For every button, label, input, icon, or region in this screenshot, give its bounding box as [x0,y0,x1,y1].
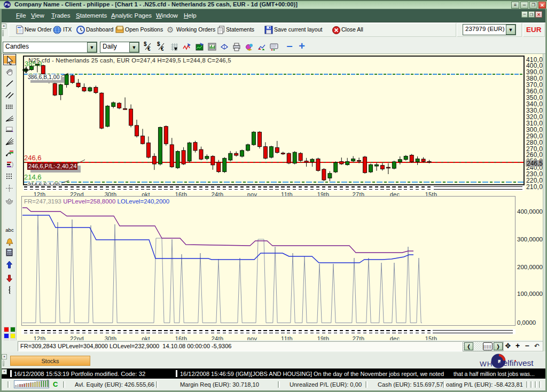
svg-text:$: $ [144,41,147,47]
svg-text:$: $ [157,41,160,47]
